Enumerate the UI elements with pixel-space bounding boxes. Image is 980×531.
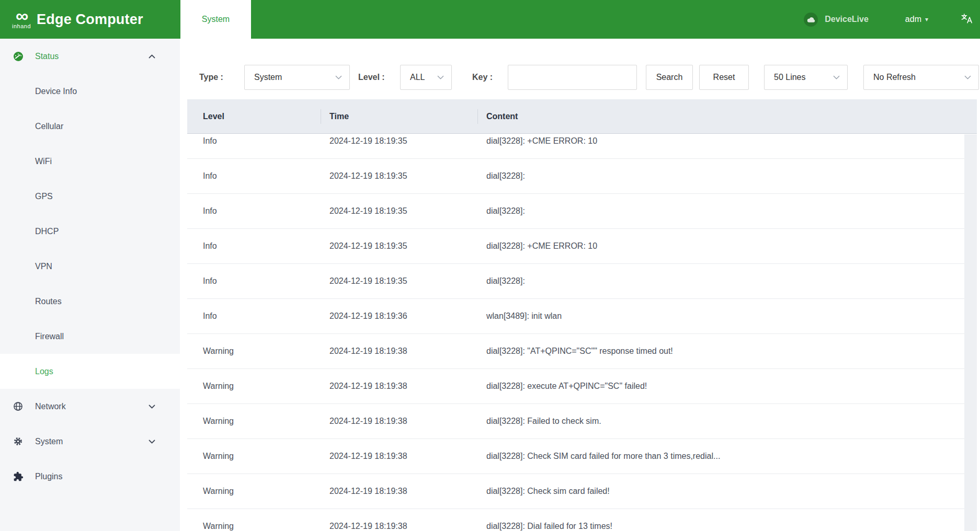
refresh-select-value: No Refresh [873, 73, 964, 82]
top-header: ∞ inhand Edge Computer System DeviceLive… [0, 0, 980, 39]
tab-system[interactable]: System [180, 0, 251, 39]
sidebar-item-label: Routes [35, 297, 62, 306]
cell-content: dial[3228]: Check SIM card failed for mo… [477, 452, 964, 461]
translate-icon [961, 13, 973, 26]
sidebar-item-label: Cellular [35, 122, 63, 131]
lines-select[interactable]: 50 Lines [764, 65, 848, 90]
main-content: Type : System Level : ALL Key : Search R… [180, 39, 980, 531]
table-row: Warning2024-12-19 18:19:38dial[3228]: Ch… [187, 474, 964, 509]
cell-time: 2024-12-19 18:19:35 [321, 276, 477, 286]
search-button[interactable]: Search [646, 65, 693, 90]
column-header-level: Level [187, 99, 321, 133]
sidebar-item-plugins[interactable]: Plugins [0, 459, 180, 494]
sidebar-item-gps[interactable]: GPS [0, 179, 180, 214]
caret-down-icon [149, 405, 155, 409]
table-row: Info2024-12-19 18:19:35dial[3228]: [187, 194, 964, 229]
logo-infinity-glyph: ∞ [16, 9, 27, 22]
log-table-body: Info2024-12-19 18:19:35dial[3228]: +CME … [187, 134, 977, 531]
type-select-value: System [254, 73, 335, 82]
level-label: Level : [358, 65, 385, 90]
key-input[interactable] [508, 65, 637, 90]
brand: ∞ inhand Edge Computer [0, 9, 180, 29]
cell-content: dial[3228]: Failed to check sim. [477, 417, 964, 426]
sidebar-item-cellular[interactable]: Cellular [0, 109, 180, 144]
table-row: Info2024-12-19 18:19:35dial[3228]: +CME … [187, 229, 964, 264]
cell-time: 2024-12-19 18:19:38 [321, 522, 477, 531]
sidebar-item-routes[interactable]: Routes [0, 284, 180, 319]
cell-level: Info [187, 136, 321, 146]
cell-time: 2024-12-19 18:19:35 [321, 136, 477, 146]
sidebar-item-label: Network [35, 402, 66, 411]
table-scrollbar[interactable] [964, 134, 977, 531]
caret-up-icon [149, 54, 155, 59]
sidebar-item-label: GPS [35, 192, 53, 201]
table-row: Info2024-12-19 18:19:35dial[3228]: +CME … [187, 134, 964, 159]
sidebar-item-wifi[interactable]: WiFi [0, 144, 180, 179]
cell-time: 2024-12-19 18:19:35 [321, 241, 477, 251]
cell-level: Info [187, 311, 321, 321]
sidebar-menu: StatusDevice InfoCellularWiFiGPSDHCPVPNR… [0, 39, 180, 531]
logo-inhand-text: inhand [12, 23, 31, 29]
type-select[interactable]: System [244, 65, 350, 90]
brand-title: Edge Computer [37, 11, 143, 28]
sidebar-item-label: Device Info [35, 87, 77, 96]
sidebar-item-dhcp[interactable]: DHCP [0, 214, 180, 249]
chevron-down-icon [437, 75, 444, 79]
cell-time: 2024-12-19 18:19:38 [321, 452, 477, 461]
refresh-select[interactable]: No Refresh [863, 65, 979, 90]
key-label: Key : [472, 65, 493, 90]
cell-level: Info [187, 241, 321, 251]
globe-icon [13, 401, 24, 412]
sidebar-item-network[interactable]: Network [0, 389, 180, 424]
cell-content: dial[3228]: Dial failed for 13 times! [477, 522, 964, 531]
cell-level: Warning [187, 452, 321, 461]
cell-content: dial[3228]: [477, 206, 964, 216]
chevron-down-icon [964, 75, 971, 79]
chevron-down-icon [833, 75, 840, 79]
devicelive-button[interactable]: DeviceLive [804, 13, 869, 27]
cell-level: Warning [187, 382, 321, 391]
table-row: Warning2024-12-19 18:19:38dial[3228]: Ch… [187, 439, 964, 474]
cell-level: Warning [187, 522, 321, 531]
cell-content: dial[3228]: [477, 276, 964, 286]
level-select[interactable]: ALL [400, 65, 452, 90]
lines-select-value: 50 Lines [774, 73, 833, 82]
cell-level: Info [187, 206, 321, 216]
reset-button[interactable]: Reset [699, 65, 749, 90]
sidebar-item-label: Logs [35, 367, 53, 376]
cell-level: Warning [187, 487, 321, 496]
sidebar-item-system[interactable]: System [0, 424, 180, 459]
user-caret-icon: ▾ [925, 16, 928, 23]
sidebar-item-firewall[interactable]: Firewall [0, 319, 180, 354]
gear-icon [13, 436, 24, 447]
column-header-time: Time [321, 99, 477, 133]
cell-time: 2024-12-19 18:19:38 [321, 382, 477, 391]
puzzle-icon [13, 471, 24, 482]
cell-level: Warning [187, 417, 321, 426]
sidebar-item-device-info[interactable]: Device Info [0, 74, 180, 109]
sidebar-item-status[interactable]: Status [0, 39, 180, 74]
cell-content: dial[3228]: +CME ERROR: 10 [477, 241, 964, 251]
sidebar-item-vpn[interactable]: VPN [0, 249, 180, 284]
user-menu[interactable]: adm ▾ [905, 15, 928, 24]
cell-content: dial[3228]: execute AT+QPINC="SC" failed… [477, 382, 964, 391]
cell-time: 2024-12-19 18:19:35 [321, 171, 477, 181]
column-header-content: Content [477, 99, 977, 133]
cell-content: dial[3228]: +CME ERROR: 10 [477, 136, 964, 146]
user-name: adm [905, 15, 921, 24]
cell-time: 2024-12-19 18:19:38 [321, 347, 477, 356]
cell-time: 2024-12-19 18:19:38 [321, 417, 477, 426]
log-table-header: Level Time Content [187, 99, 977, 134]
cell-time: 2024-12-19 18:19:35 [321, 206, 477, 216]
language-toggle-button[interactable] [961, 13, 973, 26]
cloud-icon [804, 13, 818, 27]
sidebar-item-logs[interactable]: Logs [0, 354, 180, 389]
cell-content: dial[3228]: Check sim card failed! [477, 487, 964, 496]
sidebar-item-label: Plugins [35, 472, 62, 481]
cell-level: Info [187, 276, 321, 286]
table-row: Info2024-12-19 18:19:35dial[3228]: [187, 159, 964, 194]
log-table: Level Time Content Info2024-12-19 18:19:… [187, 99, 977, 531]
inhand-logo-icon: ∞ inhand [12, 9, 31, 29]
cell-content: wlan[3489]: init wlan [477, 311, 964, 321]
devicelive-label: DeviceLive [825, 15, 869, 24]
